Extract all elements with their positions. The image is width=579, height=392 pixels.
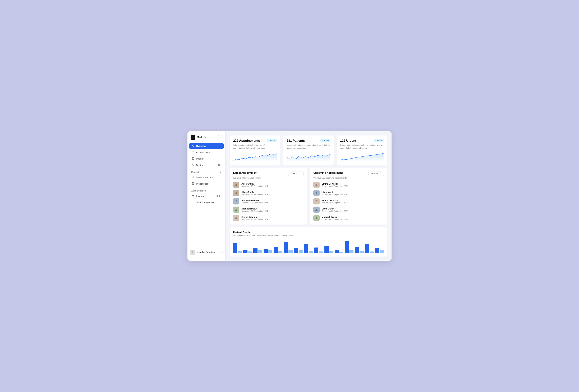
stat-desc-urgent: Urgent patients is the number of patient… (340, 144, 384, 150)
sidebar-logo: ♥ Med Kit + (187, 135, 225, 143)
upcoming-appointment-card: Upcoming Appointment View All → We have … (310, 168, 387, 225)
bar-group-10 (335, 250, 344, 253)
svg-rect-0 (192, 151, 194, 153)
female-bar-7 (309, 251, 313, 253)
latest-appt-info-4: Emma Johnson Booked on 28 September 2024 (241, 216, 268, 220)
upcoming-arrow-icon: → (379, 173, 381, 175)
stat-title-patients: 531 Patients (287, 139, 305, 143)
bar-group-6 (294, 248, 303, 253)
latest-appt-item-0: Alice Smith Booked on 25 September 2024 (233, 182, 304, 188)
logo-left: ♥ Med Kit (191, 135, 206, 140)
add-button[interactable]: + (218, 135, 222, 139)
svg-point-13 (316, 192, 317, 193)
user-name: Irsyad A. Panjaitan (197, 251, 220, 253)
sidebar-item-prescriptions[interactable]: Prescriptions (189, 181, 224, 187)
stat-card-urgent: 112 Urgent ↑ 19.4% Urgent patients is th… (337, 135, 387, 165)
latest-appt-avatar-2 (233, 198, 239, 204)
latest-appt-date-1: Booked on 26 September 2024 (241, 194, 268, 196)
upcoming-appt-date-2: Booked on 28 September 2024 (322, 202, 348, 204)
stat-badge-urgent: ↑ 19.4% (373, 139, 384, 142)
sidebar-item-doctors[interactable]: Doctors 23 (189, 162, 224, 168)
stat-chart-patients (287, 152, 330, 161)
sidebar-item-patients-label: Patients (196, 157, 205, 160)
sidebar-item-overview-label: Overview (196, 145, 206, 147)
latest-appt-item-1: Alice Smith Booked on 26 September 2024 (233, 190, 304, 196)
upcoming-appt-header: Upcoming Appointment View All → (313, 171, 384, 176)
medical-chevron[interactable]: ∧ (220, 171, 221, 173)
overview-icon: ⊙ (191, 145, 194, 147)
stat-badge-arrow-appointments: ↑ (268, 139, 269, 141)
upcoming-appt-avatar-3 (313, 206, 320, 213)
admin-chevron[interactable]: ∧ (220, 190, 221, 192)
latest-appt-info-2: Smith Alexander Booked on 25 September 2… (241, 199, 268, 204)
male-bar-10 (335, 250, 339, 253)
stat-header-urgent: 112 Urgent ↑ 19.4% (340, 139, 384, 143)
male-bar-5 (284, 242, 288, 253)
sidebar-item-prescriptions-label: Prescriptions (196, 183, 210, 185)
svg-rect-5 (192, 196, 194, 197)
female-bar-14 (380, 250, 384, 253)
appointments-row: Latest Appointment View All → We have 20… (230, 168, 387, 225)
male-bar-4 (274, 247, 278, 253)
patient-gender-subtitle: Graph shows the number of male and femal… (233, 234, 384, 236)
sidebar-footer[interactable]: Irsyad A. Panjaitan ∨ (187, 247, 225, 257)
svg-point-11 (236, 217, 237, 218)
svg-point-7 (236, 184, 237, 185)
sidebar-item-appointments[interactable]: Appointments (189, 149, 224, 155)
inventory-icon (191, 195, 194, 197)
stat-badge-arrow-patients: ↑ (322, 139, 323, 141)
male-bar-1 (243, 250, 247, 253)
upcoming-view-all-button[interactable]: View All → (368, 171, 384, 176)
inventory-badge: 340 (216, 195, 221, 197)
svg-point-16 (316, 217, 317, 218)
patient-gender-card: Patient Gender Graph shows the number of… (230, 227, 387, 257)
stat-header-patients: 531 Patients ↑ 10.4% (287, 139, 330, 143)
latest-appt-item-3: Michael Brown Booked on 27 September 202… (233, 206, 304, 213)
female-bar-2 (258, 250, 262, 253)
female-bar-9 (329, 251, 333, 253)
admin-section-title: Administration ∧ (189, 187, 224, 193)
svg-point-12 (316, 184, 317, 185)
stats-row: 229 Appointments ↑ 20.4% Total appointme… (230, 135, 387, 165)
stat-desc-appointments: Total appointments is the number of appo… (233, 144, 277, 150)
female-bar-11 (349, 250, 354, 253)
prescriptions-icon (191, 182, 194, 185)
upcoming-appt-name-0: Emma Johnson (322, 183, 348, 185)
sidebar-item-appointments-label: Appointments (196, 151, 211, 154)
sidebar-item-inventory-label: Inventory (196, 195, 206, 197)
svg-point-2 (193, 164, 193, 165)
male-bar-0 (233, 243, 237, 253)
svg-point-10 (236, 209, 237, 210)
stat-chart-urgent (340, 152, 384, 161)
sidebar-item-staff[interactable]: Staff Management (189, 199, 224, 205)
doctors-badge: 23 (217, 164, 221, 166)
male-bar-8 (314, 248, 318, 253)
sidebar-item-inventory[interactable]: Inventory 340 (189, 193, 224, 199)
stat-card-patients: 531 Patients ↑ 10.4% Number of patients … (283, 135, 334, 165)
latest-appt-title: Latest Appointment (233, 171, 257, 174)
male-bar-11 (345, 241, 349, 253)
app-container: ♥ Med Kit + ⊙ Overview Appointments (187, 131, 392, 261)
upcoming-appt-date-4: Booked on 27 September 2024 (322, 218, 348, 220)
latest-appt-list: Alice Smith Booked on 25 September 2024 … (233, 182, 304, 221)
latest-view-all-button[interactable]: View All → (288, 171, 304, 176)
sidebar-nav: ⊙ Overview Appointments Patients Doctor (187, 143, 225, 247)
patient-gender-chart (233, 239, 384, 253)
latest-appt-info-3: Michael Brown Booked on 27 September 202… (241, 207, 268, 212)
svg-point-9 (236, 200, 237, 201)
patient-gender-title: Patient Gender (233, 231, 384, 234)
medical-section-title: Medical ∧ (189, 169, 224, 174)
upcoming-appt-item-3: Liam Martin Booked on 28 September 2024 (313, 206, 384, 213)
doctors-icon (191, 164, 194, 167)
latest-appt-avatar-4 (233, 215, 239, 221)
sidebar-item-patients[interactable]: Patients (189, 156, 224, 162)
female-bar-12 (360, 251, 364, 253)
sidebar-item-doctors-label: Doctors (196, 164, 204, 166)
stat-desc-patients: Number of patients is the number of pati… (287, 144, 330, 150)
upcoming-appt-info-4: Michael Brown Booked on 27 September 202… (322, 216, 348, 220)
female-bar-0 (238, 251, 242, 253)
upcoming-appt-name-3: Liam Martin (322, 207, 348, 210)
sidebar-item-medical-records[interactable]: Medical Records (189, 174, 224, 181)
sidebar-item-overview[interactable]: ⊙ Overview (189, 143, 224, 149)
female-bar-1 (248, 252, 252, 253)
